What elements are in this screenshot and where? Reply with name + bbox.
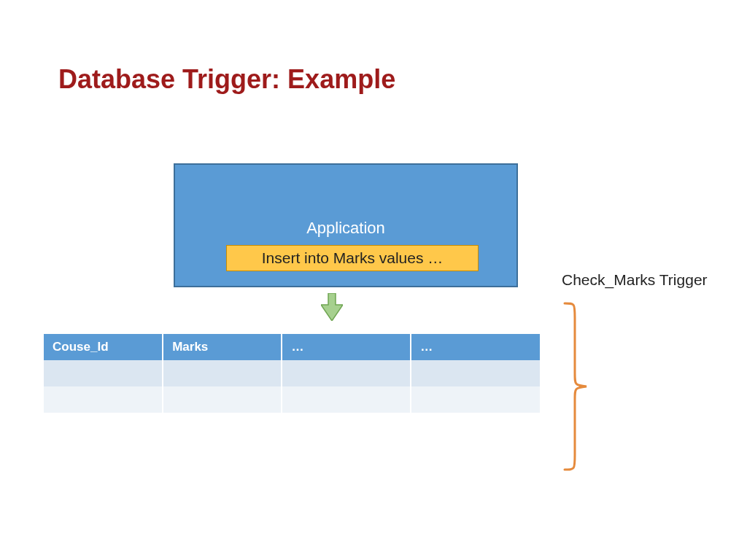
down-arrow-icon	[321, 293, 343, 321]
sql-statement-text: Insert into Marks values …	[262, 249, 444, 267]
table-cell	[163, 360, 282, 386]
table-header-cell: Couse_Id	[44, 334, 163, 360]
marks-table: Couse_Id Marks … …	[44, 334, 540, 413]
application-label: Application	[175, 219, 516, 238]
table-row	[44, 360, 540, 386]
slide-title: Database Trigger: Example	[58, 64, 395, 95]
table-header-row: Couse_Id Marks … …	[44, 334, 540, 360]
table-cell	[163, 386, 282, 413]
table-header-cell: …	[282, 334, 411, 360]
table-cell	[411, 386, 540, 413]
trigger-label: Check_Marks Trigger	[562, 271, 708, 289]
table-cell	[282, 360, 411, 386]
sql-statement-box: Insert into Marks values …	[226, 245, 479, 271]
table-cell	[411, 360, 540, 386]
slide: Database Trigger: Example Application In…	[0, 0, 747, 560]
table-header-cell: Marks	[163, 334, 282, 360]
table-cell	[44, 386, 163, 413]
table-cell	[44, 360, 163, 386]
table-header-cell: …	[411, 334, 540, 360]
table-cell	[282, 386, 411, 413]
table-row	[44, 386, 540, 413]
application-box: Application Insert into Marks values …	[174, 163, 518, 287]
brace-icon	[562, 300, 589, 472]
